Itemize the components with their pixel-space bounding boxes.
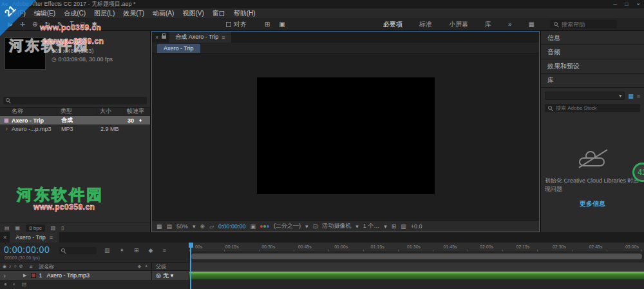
fast-preview-icon[interactable]: ▥ — [401, 223, 406, 230]
eye-icon[interactable]: ◉ — [3, 264, 6, 269]
channels-icon[interactable] — [260, 225, 269, 228]
interpret-footage-icon[interactable]: ▤ — [5, 225, 10, 231]
composition-name[interactable]: Axero - Trip — [52, 39, 82, 46]
stock-search-input[interactable] — [556, 105, 627, 111]
chevron-down-icon[interactable]: ▾ — [193, 223, 196, 230]
align-toggle[interactable]: 对齐 — [226, 20, 247, 29]
selection-tool-icon[interactable]: ▶ — [8, 21, 13, 28]
frame-blend-icon[interactable]: ◆ — [149, 247, 153, 254]
rotation-tool-icon[interactable]: ↻ — [44, 21, 50, 28]
menu-composition[interactable]: 合成(C) — [64, 9, 86, 18]
column-type[interactable]: 类型 — [57, 108, 97, 115]
audio-enabled-icon[interactable]: ♪ — [0, 273, 9, 279]
workspace-libraries[interactable]: 库 — [485, 20, 491, 29]
motion-blur-icon[interactable]: ≡ — [163, 247, 166, 254]
chevron-down-icon[interactable]: ▾ — [355, 223, 359, 230]
source-name-column[interactable]: 源名称 — [39, 263, 54, 270]
roi-icon[interactable]: ⊡ — [313, 223, 318, 230]
composition-viewer[interactable] — [152, 54, 539, 220]
table-row-composition[interactable]: ▦ Axero - Trip 合成 30 ♦ — [0, 116, 150, 125]
menu-view[interactable]: 视图(V) — [182, 9, 204, 18]
snapshot-icon[interactable]: ▣ — [251, 223, 256, 230]
help-search-input[interactable] — [562, 21, 612, 28]
menu-effect[interactable]: 效果(T) — [123, 9, 144, 18]
bit-depth-badge[interactable]: 8 bpc — [26, 224, 45, 232]
current-timecode[interactable]: 0:00:00:00 — [4, 244, 50, 255]
workspace-manage-icon[interactable]: ▦ — [529, 21, 535, 28]
list-view-icon[interactable]: ≡ — [637, 93, 640, 99]
column-size[interactable]: 大小 — [97, 108, 124, 115]
column-name[interactable]: 名称 — [0, 107, 57, 115]
zoom-tool-icon[interactable]: ⊕ — [32, 21, 37, 28]
layer-label-chip[interactable] — [31, 273, 36, 278]
menu-file[interactable]: 文件(F) — [5, 9, 26, 18]
timeline-search[interactable] — [59, 247, 97, 254]
help-search[interactable] — [550, 20, 617, 28]
trash-icon[interactable]: ▯ — [61, 225, 64, 231]
twirl-icon[interactable]: ▶ — [23, 273, 26, 278]
library-select[interactable]: ▾ — [545, 92, 625, 100]
panel-tab-audio[interactable]: 音频 — [541, 45, 644, 59]
menu-edit[interactable]: 编辑(E) — [34, 9, 55, 18]
panel-menu-icon[interactable]: ≡ — [222, 34, 225, 41]
exposure-value[interactable]: +0.0 — [411, 223, 422, 230]
snap-icon-2[interactable]: ▣ — [279, 21, 285, 28]
expand-layers-icon[interactable]: ● — [4, 281, 7, 287]
minimize-button[interactable]: ─ — [609, 0, 621, 8]
workspace-standard[interactable]: 标准 — [419, 20, 432, 29]
view-layout-value[interactable]: 1 个… — [363, 222, 380, 230]
time-ruler[interactable]: 00s 00:15s 00:30s 00:45s 01:00s 01:15s 0… — [189, 243, 644, 252]
monitor-icon[interactable]: ▦ — [156, 223, 162, 230]
hide-shy-icon[interactable]: ⊞ — [134, 247, 139, 254]
menu-animation[interactable]: 动画(A) — [153, 9, 174, 18]
grid-guides-icon[interactable]: ⊕ — [200, 223, 205, 230]
menu-layer[interactable]: 图层(L) — [94, 9, 115, 18]
new-folder-icon[interactable]: ▦ — [15, 225, 21, 231]
close-button[interactable]: × — [632, 0, 644, 8]
chevron-down-icon[interactable]: ▾ — [83, 39, 86, 46]
layer-row[interactable]: ♪ ▶ 1 Axero - Trip.mp3 ◎ 无 ▾ — [0, 271, 189, 280]
switch-icon-2[interactable]: ✦ — [144, 264, 148, 269]
camera-view-value[interactable]: 活动摄像机 — [322, 222, 351, 230]
lock-icon[interactable] — [162, 35, 166, 39]
audio-layer-bar[interactable] — [189, 272, 644, 279]
stock-search[interactable] — [545, 104, 640, 112]
mini-flowchart-icon[interactable]: ▥ — [104, 247, 110, 254]
snap-icon-1[interactable]: ⊞ — [265, 21, 270, 28]
tab-timeline-composition[interactable]: Axero - Trip ≡ — [10, 232, 59, 243]
new-composition-icon[interactable]: ▧ — [51, 225, 56, 231]
layer-parent-cell[interactable]: ◎ 无 ▾ — [151, 271, 189, 280]
puppet-tool-icon[interactable]: ✱ — [91, 21, 97, 28]
subtab-composition[interactable]: Axero - Trip — [157, 44, 200, 53]
layer-name[interactable]: Axero - Trip.mp3 — [46, 272, 151, 279]
lock-column-icon[interactable]: ⊘ — [19, 264, 23, 269]
panel-tab-info[interactable]: 信息 — [541, 31, 644, 45]
workspace-overflow-icon[interactable]: » — [508, 21, 512, 28]
panel-menu-icon[interactable]: ≡ — [50, 234, 53, 241]
playhead-handle[interactable] — [189, 243, 193, 248]
menu-window[interactable]: 窗口 — [213, 9, 225, 18]
solo-icon[interactable]: ○ — [14, 264, 17, 269]
workspace-small-screen[interactable]: 小屏幕 — [449, 20, 468, 29]
zoom-value[interactable]: 50% — [176, 223, 188, 230]
pen-tool-icon[interactable]: ✎ — [57, 21, 62, 28]
hand-tool-icon[interactable]: ✛ — [20, 21, 25, 28]
maximize-button[interactable]: □ — [621, 0, 632, 8]
close-icon[interactable]: × — [3, 234, 6, 241]
transfer-controls-icon[interactable]: ▤ — [22, 281, 27, 287]
more-info-link[interactable]: 更多信息 — [541, 199, 644, 208]
parent-column[interactable]: 父级 — [151, 263, 189, 270]
composition-stage[interactable] — [257, 77, 435, 194]
text-tool-icon[interactable]: T — [70, 21, 73, 28]
playhead[interactable] — [190, 243, 191, 289]
tab-composition[interactable]: 合成 Axero - Trip ≡ — [169, 32, 231, 43]
table-row-audio[interactable]: ♪ Axero -...p.mp3 MP3 2.9 MB — [0, 125, 150, 133]
mask-visibility-icon[interactable]: ▱ — [209, 223, 214, 230]
grid-view-icon[interactable]: ▦ — [628, 93, 634, 99]
viewer-timecode[interactable]: 0:00:00:00 — [218, 223, 246, 230]
chevron-down-icon[interactable]: ▾ — [171, 272, 174, 279]
graph-editor-icon[interactable]: ◐ — [13, 281, 16, 287]
shape-tool-icon[interactable]: □ — [80, 21, 84, 28]
proxy-icon[interactable]: ▤ — [167, 223, 173, 230]
pickwhip-icon[interactable]: ◎ — [156, 272, 161, 279]
